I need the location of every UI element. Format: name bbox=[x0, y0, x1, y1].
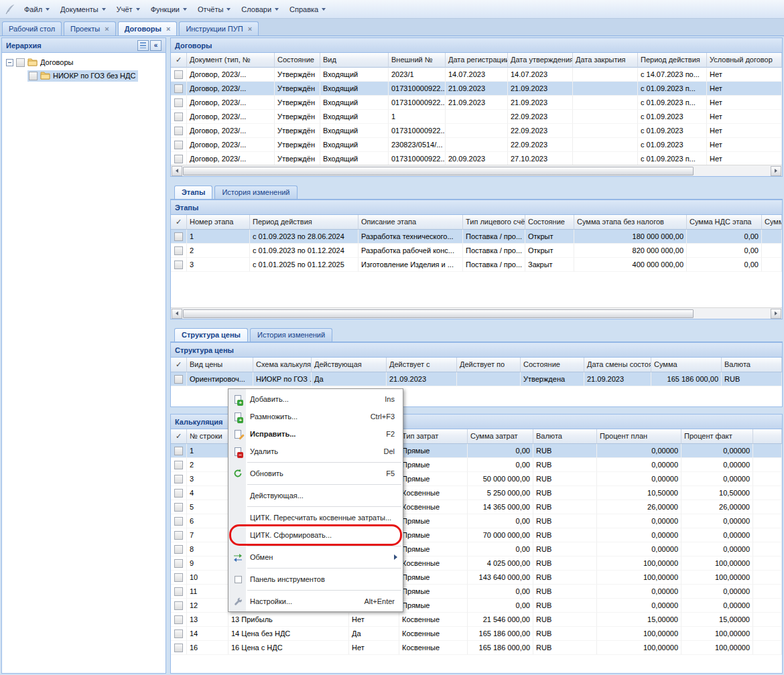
scroll-left-button[interactable] bbox=[172, 309, 182, 319]
row-checkbox[interactable] bbox=[174, 447, 183, 455]
menubar-item-4[interactable]: Отчёты bbox=[192, 3, 236, 16]
tree-node-checkbox[interactable] bbox=[16, 58, 25, 67]
menubar-item-1[interactable]: Документы bbox=[55, 3, 111, 16]
row-checkbox[interactable] bbox=[174, 601, 183, 610]
column-header[interactable]: Действует с bbox=[387, 358, 457, 372]
column-header[interactable]: Дата утверждения bbox=[508, 53, 573, 68]
context-menu-item-10[interactable]: ЦИТК. Сформировать... bbox=[228, 526, 403, 544]
table-row[interactable]: Договор, 2023/...УтверждёнВходящий017310… bbox=[171, 96, 782, 110]
scroll-right-button[interactable] bbox=[771, 309, 781, 319]
row-checkbox[interactable] bbox=[174, 517, 183, 526]
row-checkbox[interactable] bbox=[174, 260, 183, 269]
tab-close-icon[interactable]: × bbox=[105, 25, 109, 32]
row-checkbox[interactable] bbox=[174, 615, 183, 624]
context-menu-item-16[interactable]: Настройки...Alt+Enter bbox=[228, 593, 403, 610]
table-row[interactable]: Договор, 2023/...УтверждёнВходящий017310… bbox=[171, 82, 782, 96]
collapse-node-icon[interactable] bbox=[6, 59, 13, 66]
column-header[interactable]: Внешний № bbox=[389, 53, 446, 68]
column-header[interactable]: Дата закрытия bbox=[573, 53, 638, 68]
stages-tabstrip-tab-1[interactable]: История изменений bbox=[214, 185, 297, 199]
row-checkbox[interactable] bbox=[174, 587, 183, 596]
column-header[interactable]: Процент факт bbox=[681, 429, 753, 444]
table-row[interactable]: 2с 01.09.2023 по 01.12.2024Разработка ра… bbox=[171, 244, 782, 258]
column-header[interactable]: Тип лицевого счёта bbox=[463, 215, 525, 230]
column-header[interactable]: Действует по bbox=[457, 358, 521, 372]
column-header[interactable]: Процент план bbox=[597, 429, 681, 444]
stages-hscrollbar[interactable] bbox=[171, 307, 782, 319]
menubar-item-3[interactable]: Функции bbox=[145, 3, 192, 16]
column-header[interactable]: Документ (тип, № bbox=[187, 53, 275, 68]
row-checkbox[interactable] bbox=[174, 503, 183, 512]
table-row[interactable]: 3с 01.01.2025 по 01.12.2025Изготовление … bbox=[171, 258, 782, 272]
scroll-thumb[interactable] bbox=[183, 167, 694, 175]
table-row[interactable]: Договор, 2023/...УтверждёнВходящий017310… bbox=[171, 152, 782, 165]
scroll-thumb[interactable] bbox=[183, 309, 694, 318]
column-header[interactable]: Период действия bbox=[250, 215, 358, 230]
table-row[interactable]: Договор, 2023/...УтверждёнВходящий017310… bbox=[171, 124, 782, 138]
table-row[interactable]: 1с 01.09.2023 по 28.06.2024Разработка те… bbox=[171, 230, 782, 244]
column-header[interactable]: Состояние bbox=[275, 53, 320, 68]
context-menu-item-14[interactable]: Панель инструментов bbox=[228, 571, 403, 588]
price-tabstrip-tab-1[interactable]: История изменений bbox=[250, 328, 332, 342]
context-menu-item-12[interactable]: Обмен bbox=[228, 548, 403, 566]
row-checkbox[interactable] bbox=[174, 155, 183, 163]
row-checkbox[interactable] bbox=[174, 232, 183, 241]
select-all-header[interactable]: ✓ bbox=[171, 215, 187, 230]
row-checkbox[interactable] bbox=[174, 112, 183, 121]
tab-2[interactable]: Договоры× bbox=[118, 21, 178, 35]
table-row[interactable]: Договор, 2023/...УтверждёнВходящий122.09… bbox=[171, 110, 782, 124]
column-header[interactable]: Дата регистрации bbox=[446, 53, 508, 68]
row-checkbox[interactable] bbox=[174, 141, 183, 149]
row-checkbox[interactable] bbox=[174, 375, 183, 384]
column-header[interactable]: Период действия bbox=[638, 53, 707, 68]
context-menu-item-0[interactable]: +Добавить...Ins bbox=[228, 390, 403, 408]
column-header[interactable]: Состояние bbox=[525, 215, 574, 230]
column-header[interactable] bbox=[753, 429, 782, 444]
tab-close-icon[interactable]: × bbox=[248, 25, 252, 32]
tab-1[interactable]: Проекты× bbox=[64, 21, 116, 35]
column-header[interactable]: Условный договор bbox=[707, 53, 782, 68]
row-checkbox[interactable] bbox=[174, 127, 183, 135]
column-header[interactable]: Схема калькуляции bbox=[253, 358, 312, 372]
table-row[interactable]: 1616 Цена с НДСНетКосвенные165 186 000,0… bbox=[171, 641, 782, 655]
tab-0[interactable]: Рабочий стол bbox=[2, 21, 62, 35]
row-checkbox[interactable] bbox=[174, 475, 183, 483]
context-menu-item-3[interactable]: −УдалитьDel bbox=[228, 443, 403, 460]
menubar-item-5[interactable]: Словари bbox=[236, 3, 284, 16]
price-tabstrip-tab-0[interactable]: Структура цены bbox=[174, 328, 248, 342]
column-header[interactable]: Тип затрат bbox=[399, 429, 468, 444]
column-header[interactable]: Вид bbox=[320, 53, 389, 68]
table-row[interactable]: Ориентировоч...НИОКР по ГОЗ ...Да21.09.2… bbox=[171, 372, 782, 386]
row-checkbox[interactable] bbox=[174, 98, 183, 107]
collapse-panel-button[interactable]: « bbox=[150, 40, 161, 51]
row-checkbox[interactable] bbox=[174, 246, 183, 255]
column-header[interactable]: № строки bbox=[187, 429, 228, 444]
contracts-hscrollbar[interactable] bbox=[171, 165, 782, 176]
menubar-item-6[interactable]: Справка bbox=[284, 3, 331, 16]
menubar-item-2[interactable]: Учёт bbox=[111, 3, 145, 16]
column-header[interactable]: Описание этапа bbox=[358, 215, 463, 230]
column-header[interactable]: Состояние bbox=[521, 358, 584, 372]
row-checkbox[interactable] bbox=[174, 489, 183, 498]
context-menu-item-2[interactable]: Исправить...F2 bbox=[228, 425, 403, 443]
column-header[interactable]: Вид цены bbox=[187, 358, 253, 372]
context-menu-item-9[interactable]: ЦИТК. Пересчитать косвенные затраты... bbox=[228, 509, 403, 526]
row-checkbox[interactable] bbox=[174, 70, 183, 79]
column-header[interactable]: Номер этапа bbox=[187, 215, 250, 230]
context-menu-item-1[interactable]: +Размножить...Ctrl+F3 bbox=[228, 408, 403, 425]
column-header[interactable]: Действующая bbox=[312, 358, 387, 372]
column-header[interactable]: Дата смены состояния bbox=[584, 358, 651, 372]
tree-node-contracts[interactable]: Договоры bbox=[3, 56, 164, 69]
row-checkbox[interactable] bbox=[174, 573, 183, 582]
column-header[interactable]: Валюта bbox=[533, 429, 597, 444]
context-menu-item-7[interactable]: Действующая... bbox=[228, 487, 403, 504]
tree-node-checkbox[interactable] bbox=[29, 72, 38, 80]
column-header[interactable]: Валюта bbox=[722, 358, 782, 372]
select-all-header[interactable]: ✓ bbox=[171, 53, 187, 68]
context-menu-item-5[interactable]: ОбновитьF5 bbox=[228, 465, 403, 482]
row-checkbox[interactable] bbox=[174, 629, 183, 638]
row-checkbox[interactable] bbox=[174, 461, 183, 469]
tab-close-icon[interactable]: × bbox=[166, 25, 170, 32]
scroll-left-button[interactable] bbox=[172, 166, 182, 176]
table-row[interactable]: 1313 ПрибыльНетКосвенные21 546 000,00RUB… bbox=[171, 613, 782, 627]
